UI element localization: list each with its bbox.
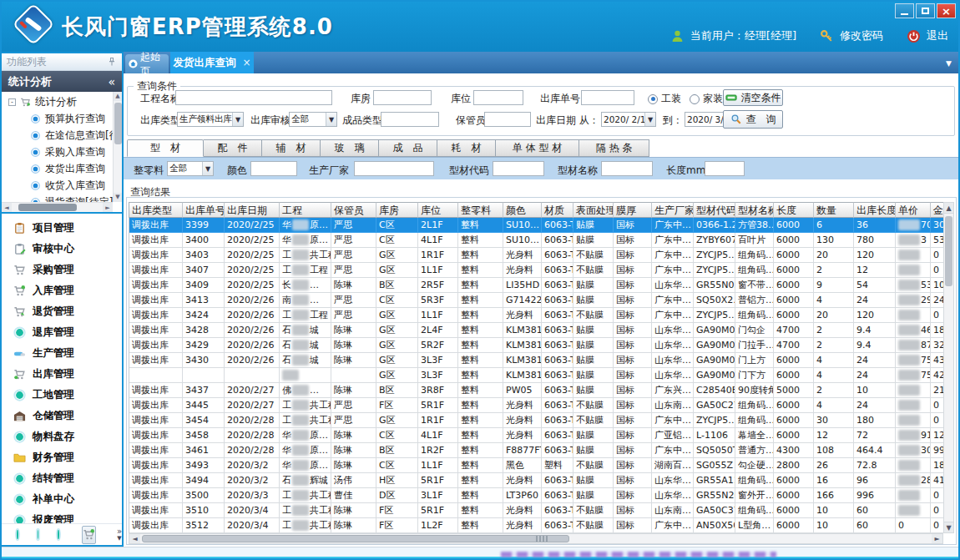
tab-close-icon[interactable]: × bbox=[242, 57, 250, 68]
table-row[interactable]: 调拨出库34282020/2/26石城陈琳G区2L4F整料KLM38176063… bbox=[129, 323, 944, 338]
teal-dot-icon[interactable] bbox=[58, 530, 59, 539]
change-password-link[interactable]: 修改密码 bbox=[840, 28, 883, 43]
teal-dot-icon[interactable] bbox=[38, 530, 39, 539]
tree-expander-icon[interactable]: - bbox=[8, 98, 16, 106]
column-header-18[interactable]: 出库长度 bbox=[854, 202, 896, 218]
project-name-input[interactable] bbox=[175, 90, 332, 105]
column-header-6[interactable]: 库房 bbox=[376, 202, 418, 218]
maximize-button[interactable] bbox=[916, 3, 935, 18]
table-row[interactable]: 调拨出库34942020/3/2石辉城汤伟H区5R1F整料光身料6063-T5贴… bbox=[129, 473, 944, 488]
material-tab-5[interactable]: 成 品 bbox=[379, 139, 437, 157]
material-tab-1[interactable]: 型 材 bbox=[127, 139, 204, 157]
column-header-7[interactable]: 库位 bbox=[418, 202, 458, 218]
column-header-12[interactable]: 膜厚 bbox=[614, 202, 652, 218]
column-header-16[interactable]: 长度 bbox=[774, 202, 814, 218]
sidebar-item-采购管理[interactable]: 采购管理 bbox=[2, 260, 122, 280]
table-row[interactable]: 调拨出库34582020/2/28华原…陈琳C区4L1F整料光身料6063-T5… bbox=[129, 428, 944, 443]
table-row[interactable]: 调拨出库34002020/2/25华原…严思C区4L1F整料SU10…6063-… bbox=[129, 233, 944, 248]
profile-name-input[interactable] bbox=[601, 161, 653, 176]
table-row[interactable]: 调拨出库34032020/2/25工共工程严思G区1R1F整料光身料6063-T… bbox=[129, 248, 944, 263]
sidebar-item-退库管理[interactable]: 退库管理 bbox=[2, 322, 122, 343]
table-row[interactable]: 调拨出库35002020/3/3工共工程曹佳D区3L1F整料LT3P606063… bbox=[129, 488, 944, 503]
tree-item-2[interactable]: 在途信息查询[待 bbox=[2, 127, 113, 144]
out-type-select[interactable]: 生产领料出库▼ bbox=[177, 112, 244, 127]
factory-input[interactable] bbox=[354, 161, 434, 176]
column-header-13[interactable]: 生产厂家 bbox=[652, 202, 694, 218]
radio-work-decor[interactable]: 工装 bbox=[648, 92, 681, 106]
keeper-input[interactable] bbox=[484, 112, 531, 127]
sidebar-item-出库管理[interactable]: 出库管理 bbox=[2, 364, 122, 385]
column-header-1[interactable]: 出库类型 bbox=[129, 202, 183, 218]
tab-list-dropdown-icon[interactable]: ▼ bbox=[946, 59, 952, 68]
sidebar-item-入库管理[interactable]: 入库管理 bbox=[2, 280, 122, 301]
sidebar-item-补单中心[interactable]: 补单中心 bbox=[2, 489, 122, 510]
pin-icon[interactable] bbox=[107, 57, 117, 67]
sidebar-item-财务管理[interactable]: 财务管理 bbox=[2, 447, 122, 468]
table-row[interactable]: 调拨出库34132020/2/26南…严思C区5R3F整料G714226063-… bbox=[129, 293, 944, 308]
table-row[interactable]: 调拨出库34542020/2/28工共工程严思G区1R1F整料光身料6063-T… bbox=[129, 413, 944, 428]
cart-shortcut-button[interactable] bbox=[82, 526, 96, 544]
tree-horizontal-scrollbar[interactable]: ◄ ► bbox=[2, 202, 113, 212]
column-header-9[interactable]: 颜色 bbox=[503, 202, 542, 218]
tree-item-1[interactable]: 预算执行查询 bbox=[2, 110, 113, 127]
tab-home[interactable]: 起始页 bbox=[125, 54, 169, 73]
sidebar-item-生产管理[interactable]: 生产管理 bbox=[2, 343, 122, 364]
tab-shipment-outbound-query[interactable]: 发货出库查询 × bbox=[170, 52, 254, 73]
location-input[interactable] bbox=[473, 90, 523, 105]
column-header-2[interactable]: 出库单号 bbox=[183, 202, 225, 218]
column-header-15[interactable]: 型材名称 bbox=[735, 202, 774, 218]
grid-vertical-scrollbar[interactable]: ▲ ▼ bbox=[943, 202, 954, 533]
radio-home-decor[interactable]: 家装 bbox=[690, 92, 723, 106]
table-row[interactable]: 调拨出库34372020/2/27佛…陈琳B区3R8F整料PW056063-T5… bbox=[129, 383, 944, 398]
date-from-select[interactable]: 2020/ 2/16▼ bbox=[601, 112, 656, 127]
table-row[interactable]: 调拨出库34302020/2/26石城陈琳G区3L3F整料KLM38176063… bbox=[129, 353, 944, 368]
search-button[interactable]: 查 询 bbox=[723, 110, 783, 129]
section-header[interactable]: 统计分析 « bbox=[2, 71, 122, 92]
column-header-4[interactable]: 工程 bbox=[280, 202, 331, 218]
clear-conditions-button[interactable]: 清空条件 bbox=[723, 89, 783, 106]
table-row[interactable]: 调拨出库34242020/2/26工工程严思G区1L1F整料光身料6063-T5… bbox=[129, 308, 944, 323]
column-header-8[interactable]: 整零料 bbox=[458, 202, 503, 218]
sidebar-item-仓储管理[interactable]: 仓储管理 bbox=[2, 406, 122, 426]
column-header-20[interactable]: 金 bbox=[931, 202, 944, 218]
minimize-button[interactable] bbox=[895, 3, 914, 18]
sidebar-item-报废管理[interactable]: 报废管理 bbox=[2, 510, 122, 523]
table-row[interactable]: 调拨出库35102020/3/4工共工程陈琳F区5R1F整料光身料6063-T5… bbox=[129, 503, 944, 518]
sidebar-item-退货管理[interactable]: 退货管理 bbox=[2, 301, 122, 322]
table-row[interactable]: 调拨出库34292020/2/26石城陈琳G区5R2F整料KLM38176063… bbox=[129, 338, 944, 353]
table-row[interactable]: 调拨出库34072020/2/25工工程严思G区1L1F整料光身料6063-T5… bbox=[129, 263, 944, 278]
table-row[interactable]: 调拨出库34092020/2/25长…陈琳B区2R5F整料LI35HD6063-… bbox=[129, 278, 944, 293]
profile-code-input[interactable] bbox=[493, 161, 544, 176]
tree-item-3[interactable]: 采购入库查询 bbox=[2, 144, 113, 160]
length-input[interactable] bbox=[705, 161, 745, 176]
material-tab-6[interactable]: 耗 材 bbox=[437, 139, 496, 157]
column-header-5[interactable]: 保管员 bbox=[331, 202, 376, 218]
column-header-10[interactable]: 材质 bbox=[542, 202, 573, 218]
tree-root[interactable]: - 统计分析 bbox=[2, 93, 113, 110]
warehouse-input[interactable] bbox=[373, 90, 432, 105]
table-row[interactable]: 调拨出库34932020/3/2华原…陈琳C区1L1F整料黑色塑料不贴膜国标湖南… bbox=[129, 458, 944, 473]
sidebar-item-审核中心[interactable]: 审核中心 bbox=[2, 239, 122, 260]
teal-dot-icon[interactable] bbox=[17, 530, 18, 539]
table-row[interactable]: 调拨出库34452020/2/27工共工程严思F区5R1F整料光身料6063-T… bbox=[129, 398, 944, 413]
column-header-11[interactable]: 表面处理 bbox=[573, 202, 614, 218]
column-header-19[interactable]: 单价 bbox=[896, 202, 931, 218]
column-header-14[interactable]: 型材代码 bbox=[694, 202, 735, 218]
material-tab-7[interactable]: 单 体 型 材 bbox=[496, 139, 579, 157]
column-header-3[interactable]: 出库日期 bbox=[225, 202, 280, 218]
color-input[interactable] bbox=[250, 161, 297, 176]
sidebar-item-项目管理[interactable]: 项目管理 bbox=[2, 218, 122, 239]
table-row[interactable]: G区3L3F整料KLM38176063-T5贴膜国标山东华…GA90M09.门下… bbox=[129, 368, 944, 383]
more-options-button[interactable]: »▼ bbox=[117, 528, 122, 542]
material-tab-2[interactable]: 配 件 bbox=[204, 139, 262, 157]
sidebar-item-物料盘存[interactable]: 物料盘存 bbox=[2, 426, 122, 447]
tree-item-6[interactable]: 退货查询[待定] bbox=[2, 194, 113, 202]
material-tab-3[interactable]: 辅 材 bbox=[262, 139, 321, 157]
whole-piece-select[interactable]: 全部▼ bbox=[167, 161, 214, 176]
grid-horizontal-scrollbar[interactable]: ◄ ► bbox=[129, 533, 943, 544]
logout-link[interactable]: 退出 bbox=[927, 28, 948, 43]
audit-select[interactable]: 全部▼ bbox=[289, 112, 337, 127]
table-row[interactable]: 调拨出库33992020/2/25华原…严思C区2L1F整料SU10…6063-… bbox=[129, 218, 944, 233]
material-tab-8[interactable]: 隔 热 条 bbox=[579, 139, 649, 157]
collapse-icon[interactable]: « bbox=[108, 75, 115, 88]
